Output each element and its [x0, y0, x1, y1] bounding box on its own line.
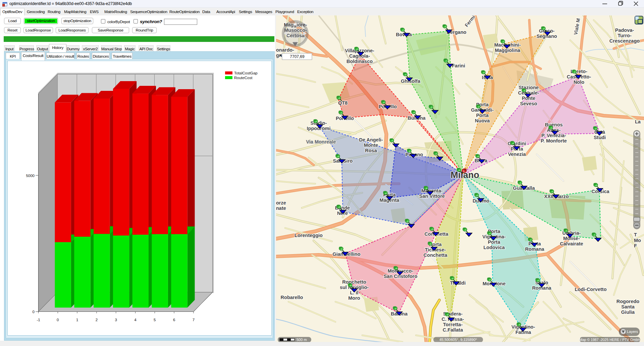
svg-text:5000: 5000 [26, 174, 35, 178]
svg-text:6: 6 [173, 318, 175, 322]
svg-text:Mo: Mo [634, 238, 641, 243]
svg-text:1: 1 [76, 318, 78, 322]
svg-text:La: La [635, 119, 641, 124]
svg-text:Magenta-San Vittore: Magenta-San Vittore [419, 188, 445, 199]
svg-text:T: T [634, 232, 637, 237]
svg-text:Bovisa: Bovisa [396, 32, 412, 37]
svg-text:F: F [634, 243, 637, 248]
svg-text:QT8: QT8 [338, 100, 347, 106]
svg-text:Umbria-Molise-Calvairate: Umbria-Molise-Calvairate [560, 230, 583, 246]
svg-text:Villapizzone-Cagnola-Boldinasc: Villapizzone-Cagnola-Boldinasco [345, 48, 374, 64]
svg-text:45,500605°, 9,115890°: 45,500605°, 9,115890° [439, 338, 477, 342]
svg-text:4: 4 [134, 318, 137, 322]
svg-text:3: 3 [115, 318, 117, 322]
svg-text:2: 2 [96, 318, 98, 322]
svg-text:0: 0 [57, 318, 59, 322]
svg-text:Map © 1987 -2025 HERE / PTV Gm: Map © 1987 -2025 HERE / PTV GmbH [579, 338, 640, 342]
svg-text:500 m: 500 m [297, 338, 307, 342]
svg-text:Farini: Farini [452, 63, 465, 68]
svg-text:-1: -1 [37, 318, 40, 322]
svg-text:7707,69: 7707,69 [290, 54, 305, 59]
svg-text:orzenate: orzenate [276, 200, 286, 211]
svg-text:Via Monreale: Via Monreale [306, 139, 336, 145]
svg-text:Layers: Layers [627, 330, 638, 334]
svg-text:TotalCostGap: TotalCostGap [234, 71, 258, 75]
svg-text:Lodi-Corvetto: Lodi-Corvetto [575, 287, 606, 292]
svg-text:RouteCost: RouteCost [234, 76, 253, 80]
svg-text:0: 0 [33, 310, 35, 314]
svg-text:Robarello: Robarello [281, 295, 303, 300]
svg-text:7: 7 [193, 318, 195, 322]
svg-text:Lorenteggio: Lorenteggio [294, 233, 323, 238]
svg-text:5: 5 [154, 318, 156, 322]
